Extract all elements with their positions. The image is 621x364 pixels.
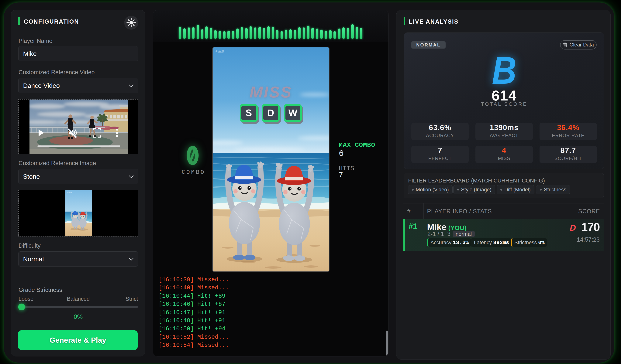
svg-text:AI生成: AI生成 [67, 192, 72, 193]
svg-text:AI生成: AI生成 [215, 50, 224, 53]
